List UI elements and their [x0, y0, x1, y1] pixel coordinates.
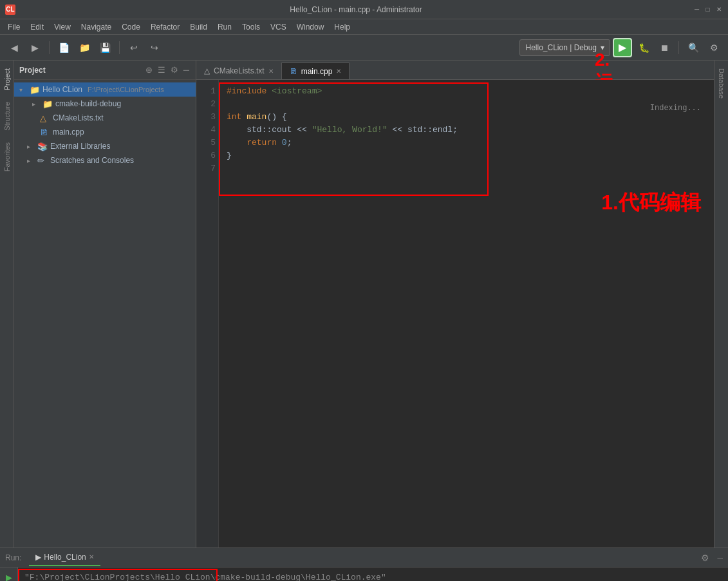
minimize-button[interactable]: ─ [693, 5, 701, 14]
menu-item-refactor[interactable]: Refactor [145, 19, 185, 35]
menu-item-build[interactable]: Build [185, 19, 212, 35]
run-sidebar: ▶ ↑ ↓ ≡ ⬛ ⚙ 🖨 🗑 [0, 567, 18, 581]
run-button-container: ▶ 2.运行程序 [613, 38, 632, 57]
cpp-file-icon: 🖹 [40, 128, 50, 137]
run-label: Run: [5, 553, 21, 562]
code-editor[interactable]: #include <iostream> int main() { std::co… [219, 80, 714, 548]
cpp-tab-close[interactable]: ✕ [336, 68, 341, 75]
extlib-icon: 📚 [37, 142, 48, 151]
run-tab-label: Hello_CLion [44, 553, 86, 562]
open-button[interactable]: 📁 [75, 39, 93, 57]
search-button[interactable]: 🔍 [684, 39, 702, 57]
cmake-tab-label: CMakeLists.txt [214, 66, 265, 75]
title-bar: CL Hello_CLion - main.cpp - Administrato… [0, 0, 728, 19]
cmake-tab-icon: △ [204, 66, 210, 75]
run-tab-close[interactable]: ✕ [89, 553, 94, 560]
bottom-panel: Run: ▶ Hello_CLion ✕ ⚙ ─ ▶ ↑ ↓ ≡ ⬛ ⚙ 🖨 🗑… [0, 548, 728, 581]
project-panel: Project ⊕ ☰ ⚙ ─ ▾ 📁 Hello CLion F:\Proje… [14, 61, 196, 548]
app-icon: CL [5, 5, 15, 15]
save-button[interactable]: 💾 [96, 39, 114, 57]
menu-item-tools[interactable]: Tools [237, 19, 265, 35]
tree-main-cpp[interactable]: 🖹 main.cpp [14, 125, 196, 139]
cmake-folder-icon: 📁 [42, 99, 53, 109]
project-header: Project ⊕ ☰ ⚙ ─ [14, 61, 196, 80]
tree-cmake-build[interactable]: ▸ 📁 cmake-build-debug [14, 97, 196, 111]
menu-item-run[interactable]: Run [212, 19, 237, 35]
tree-scratches[interactable]: ▸ ✏ Scratches and Consoles [14, 153, 196, 167]
scratches-arrow-icon: ▸ [27, 157, 35, 164]
settings-button[interactable]: ⚙ [705, 39, 723, 57]
run-content: ▶ ↑ ↓ ≡ ⬛ ⚙ 🖨 🗑 "F:\Project\CLionProject… [0, 567, 728, 581]
window-controls: ─ □ ✕ [693, 5, 723, 14]
structure-tab[interactable]: Structure [2, 97, 12, 136]
code-line-3: int main() { [227, 111, 706, 124]
output-line-1: "F:\Project\CLionProjects\Hello CLion\cm… [24, 571, 722, 581]
run-minimize-icon[interactable]: ─ [717, 553, 723, 562]
run-config-label: Hello_CLion | Debug [525, 43, 597, 52]
code-container: 1 2 3 4 5 6 7 #include <iostream> int ma… [196, 80, 714, 548]
tab-cmakelists[interactable]: △ CMakeLists.txt ✕ [196, 62, 282, 79]
project-settings-icon[interactable]: ⚙ [169, 64, 180, 76]
forward-button[interactable]: ▶ [26, 39, 44, 57]
back-button[interactable]: ◀ [5, 39, 23, 57]
redo-button[interactable]: ↪ [145, 39, 163, 57]
menu-item-code[interactable]: Code [117, 19, 145, 35]
scratches-label: Scratches and Consoles [50, 156, 134, 165]
tree-external-libs[interactable]: ▸ 📚 External Libraries [14, 139, 196, 153]
code-line-5: return 0; [227, 137, 706, 149]
root-arrow-icon: ▾ [19, 86, 27, 93]
menu-bar: FileEditViewNavigateCodeRefactorBuildRun… [0, 19, 728, 35]
tree-root[interactable]: ▾ 📁 Hello CLion F:\Project\CLionProjects [14, 82, 196, 97]
project-panel-title: Project [19, 66, 142, 75]
project-add-icon[interactable]: ⊕ [144, 64, 154, 76]
menu-item-view[interactable]: View [49, 19, 76, 35]
code-line-4: std::cout << "Hello, World!" << std::end… [227, 124, 706, 137]
debug-button[interactable]: 🐛 [635, 39, 653, 57]
window-title: Hello_CLion - main.cpp - Administrator [19, 5, 693, 14]
menu-item-help[interactable]: Help [329, 19, 355, 35]
run-button[interactable]: ▶ [613, 38, 632, 57]
indexing-label: Indexing... [650, 102, 701, 115]
tab-maincpp[interactable]: 🖹 main.cpp ✕ [282, 62, 350, 79]
main-layout: Project Structure Favorites Project ⊕ ☰ … [0, 61, 728, 548]
toolbar-separator-1 [49, 41, 50, 54]
database-tab[interactable]: Database [716, 63, 727, 104]
external-libs-label: External Libraries [50, 142, 110, 151]
tabs-bar: △ CMakeLists.txt ✕ 🖹 main.cpp ✕ [196, 61, 714, 80]
cpp-tab-icon: 🖹 [290, 67, 297, 76]
run-output[interactable]: "F:\Project\CLionProjects\Hello CLion\cm… [18, 567, 728, 581]
code-line-2 [227, 98, 706, 111]
maximize-button[interactable]: □ [704, 5, 712, 14]
project-tab[interactable]: Project [2, 63, 12, 95]
menu-item-navigate[interactable]: Navigate [76, 19, 117, 35]
run-play-button[interactable]: ▶ [2, 570, 16, 581]
undo-button[interactable]: ↩ [125, 39, 143, 57]
favorites-tab[interactable]: Favorites [2, 137, 12, 176]
project-list-icon[interactable]: ☰ [156, 64, 167, 76]
menu-item-edit[interactable]: Edit [25, 19, 49, 35]
new-file-button[interactable]: 📄 [55, 39, 73, 57]
root-label: Hello CLion [42, 85, 82, 94]
menu-item-file[interactable]: File [3, 19, 25, 35]
editor-area: △ CMakeLists.txt ✕ 🖹 main.cpp ✕ 1 2 3 4 … [196, 61, 714, 548]
run-settings-icon[interactable]: ⚙ [701, 553, 709, 563]
hello-clion-tab[interactable]: ▶ Hello_CLion ✕ [29, 549, 100, 566]
menu-item-window[interactable]: Window [292, 19, 330, 35]
scratches-icon: ✏ [37, 156, 48, 166]
code-edit-annotation: 1.代码编辑 [601, 196, 701, 209]
main-cpp-label: main.cpp [53, 128, 84, 137]
cmake-tab-close[interactable]: ✕ [268, 68, 274, 75]
menu-item-vcs[interactable]: VCS [265, 19, 292, 35]
code-line-1: #include <iostream> [227, 85, 706, 98]
stop-button[interactable]: ⏹ [655, 39, 673, 57]
cmake-build-label: cmake-build-debug [55, 99, 121, 108]
project-tree: ▾ 📁 Hello CLion F:\Project\CLionProjects… [14, 80, 196, 548]
left-tabs: Project Structure Favorites [0, 61, 14, 548]
root-folder-icon: 📁 [30, 85, 40, 95]
run-tabs: Run: ▶ Hello_CLion ✕ ⚙ ─ [0, 548, 728, 567]
root-path: F:\Project\CLionProjects [88, 86, 164, 93]
tree-cmakelists[interactable]: △ CMakeLists.txt [14, 111, 196, 125]
close-button[interactable]: ✕ [714, 5, 723, 14]
project-minimize-icon[interactable]: ─ [182, 64, 191, 76]
code-line-6: } [227, 149, 706, 162]
